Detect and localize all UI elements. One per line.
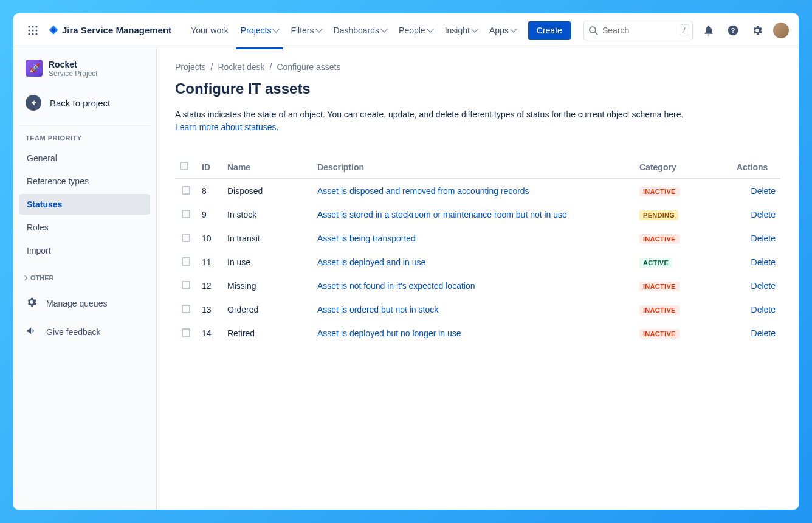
row-id: 8	[197, 179, 222, 203]
megaphone-icon	[26, 325, 38, 339]
sidebar-section-other[interactable]: OTHER	[19, 263, 150, 288]
nav-apps[interactable]: Apps	[484, 22, 521, 39]
svg-point-2	[35, 26, 37, 27]
chevron-down-icon	[380, 26, 387, 32]
row-name: Missing	[222, 274, 308, 298]
sidebar-give-feedback[interactable]: Give feedback	[19, 319, 150, 345]
table-row: 9 In stock Asset is stored in a stockroo…	[175, 203, 780, 227]
gear-icon	[26, 296, 38, 310]
delete-link[interactable]: Delete	[751, 186, 776, 196]
sidebar-item-statuses[interactable]: Statuses	[19, 194, 150, 215]
row-checkbox[interactable]	[182, 186, 190, 195]
back-to-project[interactable]: Back to project	[19, 88, 150, 118]
product-logo[interactable]: Jira Service Management	[47, 24, 171, 36]
row-checkbox[interactable]	[182, 281, 190, 289]
col-header-description[interactable]: Description	[308, 156, 635, 179]
row-description-link[interactable]: Asset is deployed but no longer in use	[317, 328, 461, 338]
app-window: Jira Service Management Your work Projec…	[13, 13, 799, 510]
sidebar-item-reference-types[interactable]: Reference types	[19, 171, 150, 192]
breadcrumb-projects[interactable]: Projects	[175, 62, 206, 72]
col-header-name[interactable]: Name	[222, 156, 308, 179]
status-table: ID Name Description Category Actions 8 D…	[175, 156, 780, 345]
sidebar-manage-queues[interactable]: Manage queues	[19, 290, 150, 316]
row-checkbox[interactable]	[182, 305, 190, 313]
chevron-down-icon	[510, 26, 517, 32]
help-icon[interactable]: ?	[724, 22, 741, 39]
row-description-link[interactable]: Asset is stored in a stockroom or mainte…	[317, 210, 567, 220]
svg-point-5	[35, 29, 37, 31]
col-header-id[interactable]: ID	[197, 156, 222, 179]
project-name: Rocket	[49, 60, 98, 69]
row-description-link[interactable]: Asset is deployed and in use	[317, 257, 425, 267]
status-badge: PENDING	[639, 210, 678, 220]
row-checkbox[interactable]	[182, 234, 190, 242]
svg-point-9	[590, 27, 596, 33]
delete-link[interactable]: Delete	[751, 234, 776, 243]
svg-rect-13	[32, 102, 36, 103]
nav-filters[interactable]: Filters	[286, 22, 326, 39]
delete-link[interactable]: Delete	[751, 210, 776, 220]
row-checkbox[interactable]	[182, 328, 190, 337]
learn-more-link[interactable]: Learn more about statuses.	[175, 122, 278, 132]
row-description-link[interactable]: Asset is being transported	[317, 234, 416, 243]
chevron-down-icon	[273, 26, 280, 32]
nav-dashboards[interactable]: Dashboards	[329, 22, 392, 39]
status-badge: INACTIVE	[639, 305, 680, 315]
table-row: 13 Ordered Asset is ordered but not in s…	[175, 298, 780, 322]
row-name: Disposed	[222, 179, 308, 203]
nav-people[interactable]: People	[394, 22, 438, 39]
search-shortcut: /	[680, 24, 689, 35]
search-box: /	[583, 21, 693, 40]
row-description-link[interactable]: Asset is not found in it's expected loca…	[317, 281, 475, 291]
nav-insight[interactable]: Insight	[440, 22, 482, 39]
delete-link[interactable]: Delete	[751, 328, 776, 338]
breadcrumb-configure-assets[interactable]: Configure assets	[277, 62, 340, 72]
sidebar-item-import[interactable]: Import	[19, 240, 150, 261]
nav-projects[interactable]: Projects	[236, 22, 284, 39]
topnav-right: / ?	[583, 21, 789, 40]
status-badge: INACTIVE	[639, 187, 680, 196]
delete-link[interactable]: Delete	[751, 257, 776, 267]
delete-link[interactable]: Delete	[751, 305, 776, 314]
search-input[interactable]	[583, 21, 693, 40]
row-id: 9	[197, 203, 222, 227]
row-name: In use	[222, 251, 308, 274]
svg-point-1	[32, 26, 33, 27]
row-id: 14	[197, 322, 222, 345]
project-icon: 🚀	[26, 60, 43, 77]
status-badge: ACTIVE	[639, 258, 672, 268]
checkbox-all[interactable]	[180, 162, 188, 170]
row-checkbox[interactable]	[182, 210, 190, 218]
table-row: 8 Disposed Asset is disposed and removed…	[175, 179, 780, 203]
project-header: 🚀 Rocket Service Project	[19, 60, 150, 85]
col-header-checkbox	[175, 156, 197, 179]
col-header-category[interactable]: Category	[635, 156, 732, 179]
back-arrow-icon	[26, 95, 41, 111]
col-header-actions: Actions	[732, 156, 780, 179]
nav-your-work[interactable]: Your work	[186, 22, 233, 39]
app-body: 🚀 Rocket Service Project Back to project…	[13, 47, 799, 510]
row-description-link[interactable]: Asset is ordered but not in stock	[317, 305, 438, 314]
delete-link[interactable]: Delete	[751, 281, 776, 291]
product-name: Jira Service Management	[62, 25, 171, 35]
nav-items: Your work Projects Filters Dashboards Pe…	[186, 21, 571, 40]
svg-point-4	[32, 29, 33, 31]
avatar[interactable]	[773, 23, 789, 38]
breadcrumb-rocket-desk[interactable]: Rocket desk	[218, 62, 264, 72]
app-switcher-icon[interactable]	[23, 21, 43, 40]
sidebar-item-roles[interactable]: Roles	[19, 217, 150, 238]
create-button[interactable]: Create	[528, 21, 571, 40]
row-id: 10	[197, 227, 222, 251]
page-description: A status indicates the state of an objec…	[175, 108, 780, 134]
row-description-link[interactable]: Asset is disposed and removed from accou…	[317, 186, 529, 196]
row-id: 13	[197, 298, 222, 322]
svg-point-8	[35, 33, 37, 35]
row-name: In transit	[222, 227, 308, 251]
table-row: 12 Missing Asset is not found in it's ex…	[175, 274, 780, 298]
settings-icon[interactable]	[749, 22, 766, 39]
page-title: Configure IT assets	[175, 80, 780, 97]
sidebar-item-general[interactable]: General	[19, 148, 150, 168]
row-id: 12	[197, 274, 222, 298]
notifications-icon[interactable]	[700, 22, 717, 39]
row-checkbox[interactable]	[182, 257, 190, 266]
